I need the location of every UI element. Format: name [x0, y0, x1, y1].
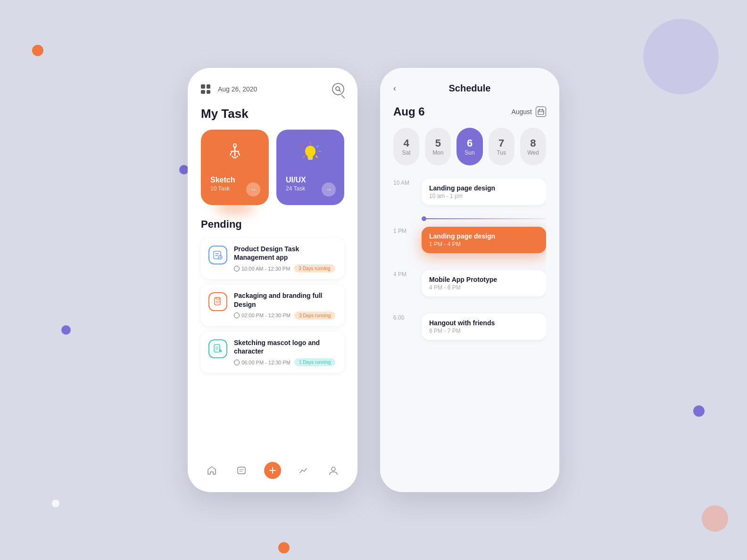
pending-icon-1: [208, 246, 227, 264]
event-card-landing-2[interactable]: Landing page design 1 PM - 4 PM: [422, 227, 546, 253]
sketch-icon: [221, 139, 249, 167]
sketch-card[interactable]: Sketch 10 Task →: [201, 130, 269, 205]
day-pill-6[interactable]: 6 Sun: [456, 128, 482, 165]
pending-name-2: Packaging and branding full Design: [234, 291, 337, 308]
pending-content-1: Product Design Task Management app 10:00…: [234, 245, 337, 272]
svg-rect-36: [538, 110, 544, 115]
uiux-icon: [296, 139, 324, 167]
uiux-card[interactable]: UI/UX 24 Task →: [276, 130, 344, 205]
timeline-row-10am: 10 AM Landing page design 10 am - 1 pm: [393, 179, 546, 218]
svg-line-4: [230, 151, 232, 155]
timeline-time-10am: 10 AM: [393, 179, 414, 218]
clock-icon-2: [234, 313, 240, 318]
pending-content-3: Sketching mascot logo and character 06:0…: [234, 338, 337, 366]
event-title-hangout: Hangout with friends: [429, 319, 539, 327]
month-button[interactable]: August: [511, 107, 546, 117]
phone1: Aug 26, 2020 My Task: [188, 68, 357, 492]
day-pill-5[interactable]: 5 Mon: [425, 128, 451, 165]
sketch-card-arrow[interactable]: →: [246, 182, 260, 197]
svg-point-35: [332, 467, 335, 471]
clock-icon-3: [234, 360, 240, 365]
schedule-header: ‹ Schedule: [393, 83, 546, 94]
pending-meta-2: 02:00 PM - 12:30 PM 3 Days running: [234, 312, 337, 320]
pending-name-1: Product Design Task Management app: [234, 245, 337, 262]
nav-home[interactable]: [205, 464, 218, 477]
pending-item-1[interactable]: Product Design Task Management app 10:00…: [201, 238, 344, 279]
pending-time-1: 10:00 AM - 12:30 PM: [234, 266, 290, 272]
pending-time-2: 02:00 PM - 12:30 PM: [234, 313, 290, 318]
month-label: August: [511, 108, 532, 115]
bg-dot-orange-bottom: [278, 542, 290, 553]
svg-line-15: [303, 156, 305, 157]
grid-icon[interactable]: [201, 84, 210, 94]
phone1-body: Aug 26, 2020 My Task: [188, 68, 357, 492]
svg-rect-30: [238, 467, 245, 474]
day-num-6: 6: [467, 137, 473, 149]
nav-chart[interactable]: [297, 464, 310, 477]
phone2-body: ‹ Schedule Aug 6 August: [380, 68, 559, 492]
event-card-hangout[interactable]: Hangout with friends 6 PM - 7 PM: [422, 313, 546, 340]
event-card-mobile[interactable]: Mobile App Prototype 4 PM - 6 PM: [422, 270, 546, 296]
svg-rect-8: [307, 156, 313, 158]
nav-add[interactable]: [264, 462, 281, 479]
phone2: ‹ Schedule Aug 6 August: [380, 68, 559, 492]
timeline-content-10am: Landing page design 10 am - 1 pm: [422, 179, 546, 218]
phone2-inner: ‹ Schedule Aug 6 August: [380, 68, 559, 492]
search-icon[interactable]: [332, 83, 344, 95]
timeline-row-4pm: 4 PM Mobile App Prototype 4 PM - 6 PM: [393, 270, 546, 310]
timeline-time-6pm: 6.00: [393, 313, 414, 353]
schedule-title: Schedule: [449, 83, 491, 94]
badge-2: 3 Days running: [294, 312, 335, 320]
bg-dot-purple-mid: [179, 165, 189, 174]
pending-title: Pending: [201, 218, 344, 231]
bg-dot-white-left: [52, 500, 59, 507]
timeline-row-1pm: 1 PM Landing page design 1 PM - 4 PM: [393, 227, 546, 266]
event-card-landing-1[interactable]: Landing page design 10 am - 1 pm: [422, 179, 546, 205]
nav-list[interactable]: [235, 464, 248, 477]
badge-1: 3 Days running: [294, 264, 335, 272]
day-name-5: Mon: [432, 149, 443, 156]
my-task-title: My Task: [201, 107, 344, 121]
timeline: 10 AM Landing page design 10 am - 1 pm: [393, 179, 546, 492]
back-button[interactable]: ‹: [393, 83, 396, 93]
badge-3: 1 Days running: [294, 358, 335, 366]
aug-date-label: Aug 6: [393, 105, 425, 118]
svg-line-1: [339, 90, 340, 91]
day-pill-7[interactable]: 7 Tus: [489, 128, 515, 165]
day-selector: 4 Sat 5 Mon 6 Sun 7 Tus: [393, 128, 546, 165]
event-title-mobile: Mobile App Prototype: [429, 276, 539, 283]
timeline-content-1pm: Landing page design 1 PM - 4 PM: [422, 227, 546, 266]
day-name-6: Sun: [465, 149, 474, 156]
day-num-5: 5: [435, 137, 441, 149]
header-left: Aug 26, 2020: [201, 84, 257, 94]
pending-name-3: Sketching mascot logo and character: [234, 338, 337, 355]
event-time-landing-2: 1 PM - 4 PM: [429, 241, 539, 247]
event-time-mobile: 4 PM - 6 PM: [429, 284, 539, 291]
phone1-inner: Aug 26, 2020 My Task: [188, 68, 357, 454]
phone1-header: Aug 26, 2020: [201, 83, 344, 95]
bg-dot-peach-bottom-right: [702, 505, 728, 532]
day-num-4: 4: [403, 137, 409, 149]
day-pill-8[interactable]: 8 Wed: [520, 128, 546, 165]
pending-item-2[interactable]: Packaging and branding full Design 02:00…: [201, 285, 344, 326]
phones-container: Aug 26, 2020 My Task: [188, 68, 559, 492]
nav-profile[interactable]: [327, 464, 340, 477]
pending-item-3[interactable]: Sketching mascot logo and character 06:0…: [201, 332, 344, 373]
day-pill-4[interactable]: 4 Sat: [393, 128, 419, 165]
bg-dot-purple-left-mid: [61, 325, 71, 335]
aug-row: Aug 6 August: [393, 105, 546, 118]
day-num-8: 8: [530, 137, 536, 149]
uiux-card-arrow[interactable]: →: [322, 182, 336, 197]
timeline-time-1pm: 1 PM: [393, 227, 414, 266]
phone1-nav: [188, 454, 357, 492]
day-name-7: Tus: [497, 149, 506, 156]
pending-meta-3: 06:00 PM - 12:30 PM 1 Days running: [234, 358, 337, 366]
timeline-content-4pm: Mobile App Prototype 4 PM - 6 PM: [422, 270, 546, 310]
day-name-4: Sat: [402, 149, 411, 156]
day-name-8: Wed: [527, 149, 539, 156]
event-time-hangout: 6 PM - 7 PM: [429, 328, 539, 334]
pending-list: Product Design Task Management app 10:00…: [201, 238, 344, 373]
timeline-time-4pm: 4 PM: [393, 270, 414, 310]
timeline-content-6pm: Hangout with friends 6 PM - 7 PM: [422, 313, 546, 353]
svg-line-12: [317, 146, 318, 147]
